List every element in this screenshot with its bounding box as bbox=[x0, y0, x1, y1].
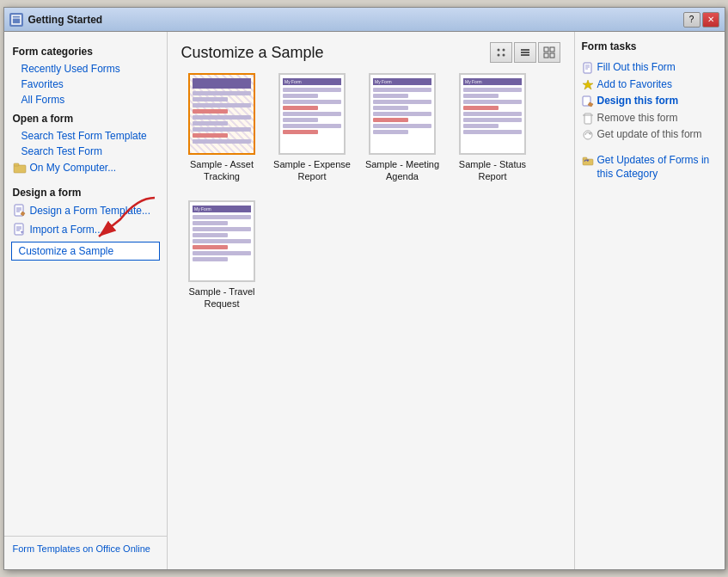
task-section-gap bbox=[582, 144, 718, 152]
svg-rect-19 bbox=[521, 52, 529, 53]
get-update-icon bbox=[582, 129, 594, 141]
forms-grid: Sample - AssetTracking My Form bbox=[181, 73, 560, 310]
get-updates-category-label: Get Updates of Forms in this Category bbox=[597, 154, 718, 181]
fill-out-icon bbox=[582, 62, 594, 74]
form-categories-title: Form categories bbox=[4, 40, 167, 61]
open-a-form-title: Open a form bbox=[4, 107, 167, 128]
titlebar-buttons: ? ✕ bbox=[683, 12, 719, 28]
fill-out-label: Fill Out this Form bbox=[597, 61, 676, 75]
task-remove[interactable]: Remove this form bbox=[582, 110, 718, 127]
form-label-status-report: Sample - StatusReport bbox=[459, 158, 526, 183]
sidebar: Form categories Recently Used Forms Favo… bbox=[4, 32, 168, 569]
on-my-computer-item[interactable]: On My Computer... bbox=[4, 159, 167, 176]
on-my-computer-label: On My Computer... bbox=[30, 162, 117, 174]
right-panel-title: Form tasks bbox=[582, 40, 718, 52]
import-form-icon bbox=[13, 223, 27, 236]
form-label-meeting-agenda: Sample - MeetingAgenda bbox=[365, 158, 439, 183]
main-window: Getting Started ? ✕ Form categories Rece… bbox=[3, 7, 725, 570]
get-updates-category-icon bbox=[582, 155, 594, 167]
task-get-update[interactable]: Get update of this form bbox=[582, 126, 718, 144]
form-item-expense-report[interactable]: My Form Sample - ExpenseReport bbox=[272, 73, 353, 183]
main-header: Customize a Sample bbox=[181, 42, 560, 63]
svg-marker-29 bbox=[583, 80, 593, 89]
form-item-status-report[interactable]: My Form Sample - StatusReport bbox=[452, 73, 534, 183]
task-add-favorites[interactable]: Add to Favorites bbox=[582, 77, 718, 94]
svg-rect-22 bbox=[550, 47, 554, 52]
main-title: Customize a Sample bbox=[181, 44, 324, 62]
svg-point-17 bbox=[502, 54, 505, 57]
window-icon bbox=[9, 13, 23, 27]
search-test-form-template-link[interactable]: Search Test Form Template bbox=[4, 128, 167, 144]
design-form-template-label: Design a Form Template... bbox=[30, 205, 151, 217]
right-panel: Form tasks Fill Out this Form Add to Fav… bbox=[574, 32, 725, 569]
view-btn-grid[interactable] bbox=[490, 42, 512, 63]
form-thumbnail-meeting-agenda: My Form bbox=[369, 73, 436, 155]
titlebar: Getting Started ? ✕ bbox=[4, 8, 725, 32]
get-update-label: Get update of this form bbox=[597, 128, 702, 142]
task-fill-out[interactable]: Fill Out this Form bbox=[582, 59, 718, 77]
svg-rect-18 bbox=[521, 49, 529, 51]
recently-used-forms-link[interactable]: Recently Used Forms bbox=[4, 61, 167, 77]
view-buttons bbox=[490, 42, 560, 63]
form-thumbnail-expense-report: My Form bbox=[278, 73, 346, 155]
main-content: Customize a Sample bbox=[168, 32, 574, 569]
svg-rect-24 bbox=[550, 53, 554, 58]
design-form-template-item[interactable]: Design a Form Template... bbox=[4, 202, 167, 219]
svg-rect-2 bbox=[14, 165, 26, 173]
svg-point-14 bbox=[497, 49, 499, 52]
view-btn-list[interactable] bbox=[514, 42, 536, 63]
search-test-form-link[interactable]: Search Test Form bbox=[4, 144, 167, 159]
window-title: Getting Started bbox=[28, 14, 103, 26]
svg-rect-23 bbox=[544, 53, 548, 58]
content-area: Form categories Recently Used Forms Favo… bbox=[4, 32, 725, 569]
design-a-form-title: Design a form bbox=[4, 181, 167, 202]
svg-rect-3 bbox=[14, 163, 19, 166]
view-btn-details[interactable] bbox=[538, 42, 560, 63]
form-thumbnail-status-report: My Form bbox=[459, 73, 526, 155]
add-favorites-label: Add to Favorites bbox=[597, 78, 672, 92]
remove-label: Remove this form bbox=[597, 112, 678, 126]
form-thumbnail-asset-tracking bbox=[188, 73, 255, 155]
form-item-travel-request[interactable]: My Form Sample - TravelRequest bbox=[181, 200, 263, 310]
customize-sample-wrapper: Customize a Sample bbox=[11, 242, 160, 261]
customize-sample-link[interactable]: Customize a Sample bbox=[11, 242, 160, 261]
task-design[interactable]: Design this form bbox=[582, 93, 718, 110]
svg-point-16 bbox=[497, 54, 499, 57]
svg-rect-21 bbox=[544, 47, 548, 52]
sidebar-spacer bbox=[4, 261, 167, 536]
form-thumbnail-travel-request: My Form bbox=[188, 200, 255, 282]
add-favorites-icon bbox=[582, 79, 594, 91]
svg-rect-0 bbox=[12, 15, 21, 24]
form-item-meeting-agenda[interactable]: My Form Sample - MeetingAgenda bbox=[362, 73, 444, 183]
all-forms-link[interactable]: All Forms bbox=[4, 92, 167, 107]
form-label-expense-report: Sample - ExpenseReport bbox=[273, 158, 351, 183]
close-button[interactable]: ✕ bbox=[702, 12, 719, 28]
form-label-travel-request: Sample - TravelRequest bbox=[188, 285, 254, 310]
svg-rect-20 bbox=[521, 54, 529, 56]
task-get-updates-category[interactable]: Get Updates of Forms in this Category bbox=[582, 152, 718, 182]
form-templates-online-link[interactable]: Form Templates on Office Online bbox=[4, 536, 167, 561]
design-label: Design this form bbox=[597, 95, 679, 108]
import-form-item[interactable]: Import a Form... bbox=[4, 221, 167, 238]
svg-point-15 bbox=[502, 49, 505, 52]
titlebar-left: Getting Started bbox=[9, 13, 103, 27]
design-form-icon bbox=[13, 204, 27, 218]
import-form-label: Import a Form... bbox=[30, 224, 103, 236]
design-icon bbox=[582, 95, 594, 107]
help-button[interactable]: ? bbox=[683, 12, 700, 28]
design-area: Design a Form Template... bbox=[4, 202, 167, 219]
form-label-asset-tracking: Sample - AssetTracking bbox=[190, 158, 254, 183]
form-item-asset-tracking[interactable]: Sample - AssetTracking bbox=[181, 73, 263, 183]
remove-icon bbox=[582, 113, 594, 125]
favorites-link[interactable]: Favorites bbox=[4, 77, 167, 92]
folder-icon bbox=[13, 161, 27, 175]
svg-rect-25 bbox=[584, 63, 591, 73]
